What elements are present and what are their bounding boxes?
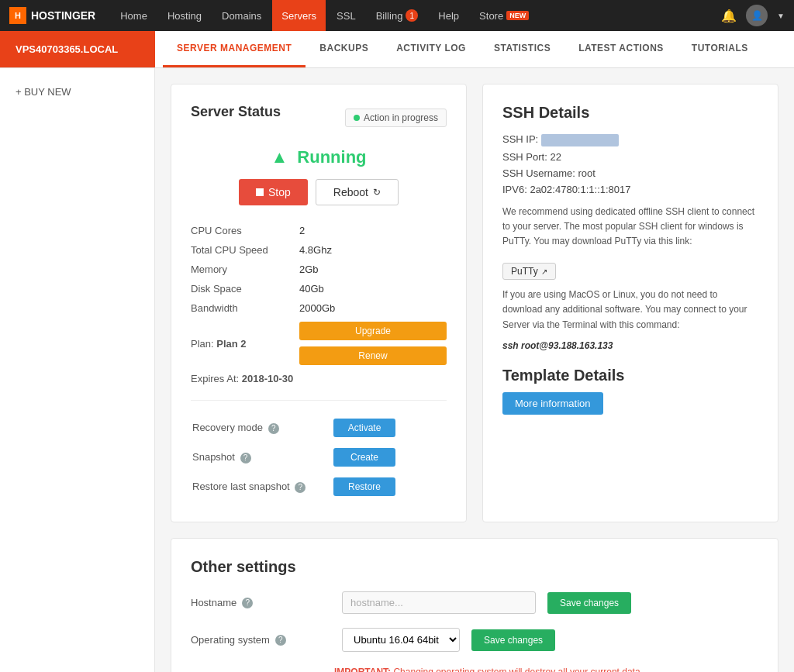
table-row: Disk Space 40Gb <box>191 279 447 298</box>
logo-icon: H <box>9 7 26 24</box>
user-avatar[interactable]: 👤 <box>746 5 768 26</box>
tab-latest-actions[interactable]: LATEST ACTIONS <box>564 31 678 67</box>
recovery-section: Recovery mode ? Activate Snapshot ? <box>191 412 447 502</box>
other-settings-title: Other settings <box>191 558 758 576</box>
activate-cell: Activate <box>333 414 445 442</box>
nav-ssl[interactable]: SSL <box>327 0 365 31</box>
action-in-progress-text: Action in progress <box>364 112 438 123</box>
tab-server-management[interactable]: SERVER MANAGEMENT <box>163 31 306 67</box>
nav-billing[interactable]: Billing 1 <box>367 0 428 31</box>
server-status-card: Server Status Action in progress ▲ Runni… <box>171 84 467 522</box>
ssh-ip-value <box>541 134 619 146</box>
table-row: CPU Cores 2 <box>191 221 447 240</box>
nav-home[interactable]: Home <box>111 0 157 31</box>
hostname-input[interactable] <box>342 591 536 614</box>
ssh-details-card: SSH Details SSH IP: SSH Port: 22 SSH Use… <box>482 84 778 522</box>
hostname-save-button[interactable]: Save changes <box>547 592 631 614</box>
logo[interactable]: H HOSTINGER <box>9 7 95 24</box>
upgrade-button[interactable]: Upgrade <box>299 322 447 340</box>
table-row: Bandwidth 2000Gb <box>191 298 447 318</box>
memory-label: Memory <box>191 260 299 279</box>
table-row: Recovery mode ? Activate <box>192 414 445 442</box>
snapshot-help-icon[interactable]: ? <box>240 453 251 464</box>
bandwidth-label: Bandwidth <box>191 298 299 318</box>
cpu-speed-label: Total CPU Speed <box>191 240 299 260</box>
tab-tutorials[interactable]: TUTORIALS <box>678 31 762 67</box>
cpu-speed-value: 4.8Ghz <box>299 240 447 260</box>
server-status-title: Server Status <box>191 104 281 120</box>
tab-activity-log[interactable]: ACTIVITY LOG <box>382 31 480 67</box>
restore-snapshot-button[interactable]: Restore <box>333 477 395 496</box>
main-content: Server Status Action in progress ▲ Runni… <box>155 68 794 672</box>
ssh-username-row: SSH Username: root <box>502 167 758 179</box>
stop-button[interactable]: Stop <box>239 179 308 205</box>
server-name-tag[interactable]: VPS40703365.LOCAL <box>0 31 155 67</box>
table-row: Snapshot ? Create <box>192 443 445 471</box>
ssh-info: SSH IP: SSH Port: 22 SSH Username: root … <box>502 133 758 195</box>
os-warning: IMPORTANT: Changing operating system wil… <box>334 667 643 672</box>
hostname-help-icon[interactable]: ? <box>242 598 253 608</box>
create-snapshot-button[interactable]: Create <box>333 448 395 467</box>
nav-help[interactable]: Help <box>429 0 468 31</box>
sub-tabs: SERVER MANAGEMENT BACKUPS ACTIVITY LOG S… <box>163 31 762 67</box>
tab-statistics[interactable]: STATISTICS <box>480 31 564 67</box>
plan-buttons-cell: Upgrade Renew <box>299 318 447 369</box>
os-save-button[interactable]: Save changes <box>471 629 555 651</box>
content-grid: Server Status Action in progress ▲ Runni… <box>171 84 778 522</box>
top-navigation: H HOSTINGER Home Hosting Domains Servers… <box>0 0 794 31</box>
nav-hosting[interactable]: Hosting <box>158 0 211 31</box>
ssh-title: SSH Details <box>502 104 758 122</box>
ssh-command: ssh root@93.188.163.133 <box>502 340 758 351</box>
disk-label: Disk Space <box>191 279 299 298</box>
ssh-ip-row: SSH IP: <box>502 133 758 146</box>
store-new-badge: NEW <box>506 11 529 20</box>
running-status: ▲ Running <box>191 147 447 167</box>
os-row-inner: Operating system ? Ubuntu 16.04 64bit Sa… <box>191 628 555 652</box>
expires-value: 2018-10-30 <box>242 373 294 384</box>
recovery-help-icon[interactable]: ? <box>268 423 279 434</box>
disk-value: 40Gb <box>299 279 447 298</box>
template-title: Template Details <box>502 367 758 384</box>
table-row: Restore last snapshot ? Restore <box>192 473 445 501</box>
avatar-icon: 👤 <box>751 10 763 21</box>
restore-label: Restore last snapshot ? <box>192 473 332 501</box>
table-row: Plan: Plan 2 Upgrade Renew <box>191 318 447 369</box>
table-row: Total CPU Speed 4.8Ghz <box>191 240 447 260</box>
reboot-button[interactable]: Reboot ↻ <box>316 179 399 205</box>
reboot-icon: ↻ <box>373 187 381 198</box>
os-help-icon[interactable]: ? <box>275 635 286 646</box>
buy-new-button[interactable]: + BUY NEW <box>0 80 154 104</box>
logo-text: HOSTINGER <box>31 9 95 22</box>
tab-backups[interactable]: BACKUPS <box>306 31 382 67</box>
status-text: Running <box>297 147 366 167</box>
os-select[interactable]: Ubuntu 16.04 64bit <box>342 628 460 652</box>
ssh-desc-1: We recommend using dedicated offline SSH… <box>502 205 758 250</box>
nav-servers[interactable]: Servers <box>272 0 326 31</box>
page-layout: + BUY NEW Server Status Action in progre… <box>0 68 794 672</box>
chevron-down-icon[interactable]: ▼ <box>777 12 785 20</box>
action-buttons: Stop Reboot ↻ <box>191 179 447 205</box>
nav-links: Home Hosting Domains Servers SSL Billing… <box>111 0 721 31</box>
putty-button[interactable]: PuTTy ↗ <box>502 263 556 280</box>
divider <box>191 400 447 401</box>
cpu-cores-label: CPU Cores <box>191 221 299 240</box>
server-info-table: CPU Cores 2 Total CPU Speed 4.8Ghz Memor… <box>191 221 447 388</box>
plan-value: Plan 2 <box>216 338 246 350</box>
memory-value: 2Gb <box>299 260 447 279</box>
more-info-button[interactable]: More information <box>502 392 603 415</box>
ssh-desc-2: If you are using MacOS or Linux, you do … <box>502 288 758 333</box>
warning-bold: IMPORTANT: <box>334 667 391 672</box>
renew-button[interactable]: Renew <box>299 346 447 365</box>
nav-store[interactable]: Store NEW <box>470 0 538 31</box>
expires-label: Expires At: 2018-10-30 <box>191 369 299 388</box>
billing-badge: 1 <box>406 9 418 22</box>
stop-icon <box>256 188 264 196</box>
bell-icon[interactable]: 🔔 <box>721 9 737 23</box>
activate-button[interactable]: Activate <box>333 419 395 437</box>
restore-help-icon[interactable]: ? <box>295 482 306 493</box>
nav-domains[interactable]: Domains <box>212 0 271 31</box>
table-row: Expires At: 2018-10-30 <box>191 369 447 388</box>
plan-buttons: Upgrade Renew <box>299 322 447 365</box>
ssh-ipv6-row: IPV6: 2a02:4780:1:1::1:8017 <box>502 184 758 195</box>
os-row: Operating system ? Ubuntu 16.04 64bit Sa… <box>191 628 758 672</box>
